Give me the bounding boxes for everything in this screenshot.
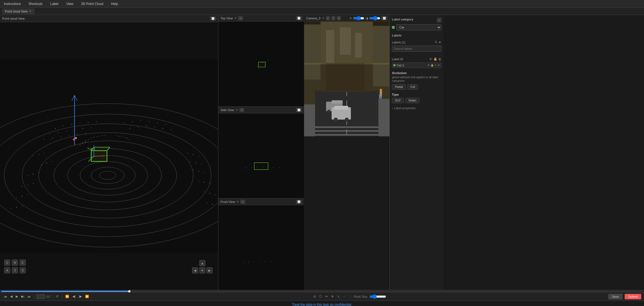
svg-point-36 (138, 127, 138, 127)
tab-point-cloud-view[interactable]: Point cloud View ✕ (2, 9, 34, 14)
svg-point-90 (118, 136, 119, 136)
expand-main-btn[interactable]: ⬜ (210, 17, 216, 20)
menu-instructions[interactable]: Instructions (2, 1, 22, 7)
nav-left-btn[interactable]: ◀ (192, 267, 198, 273)
resize-tool[interactable]: ⤡ (336, 294, 341, 299)
more-tools[interactable]: ⋯ (342, 294, 347, 299)
save-button[interactable]: Save (608, 294, 622, 299)
category-dot (392, 26, 395, 29)
play-btn[interactable]: ▶ (15, 294, 19, 299)
submit-button[interactable]: Submit (625, 294, 641, 299)
prev-frame-btn[interactable]: ◀| (71, 294, 77, 299)
occlusion-partial-btn[interactable]: Partial (392, 84, 406, 90)
top-view-title: Top View (221, 17, 233, 20)
camera-close[interactable]: ✕ (322, 17, 324, 20)
label-props[interactable]: › Label properties (392, 106, 441, 110)
next-frame-btn2[interactable]: |▶ (78, 294, 83, 299)
draw-tool[interactable]: ✏ (324, 294, 329, 299)
side-view-close[interactable]: ✕ (236, 108, 238, 111)
category-select[interactable]: Car (396, 24, 441, 30)
svg-point-13 (71, 124, 72, 124)
type-buttons: SUV Sedan (392, 98, 441, 103)
label-visibility-icon[interactable]: 👁 (429, 57, 432, 61)
menu-view[interactable]: View (64, 1, 75, 7)
svg-rect-146 (378, 99, 389, 137)
filter-icon[interactable]: ▼ (438, 40, 441, 44)
label-category-title: Label category (392, 18, 413, 21)
nav-right-btn[interactable]: ▶ (206, 267, 213, 273)
pointcloud-area[interactable]: ^Car:1 Q W E A S D (0, 22, 218, 290)
front-view-expand[interactable]: ⬜ (296, 200, 302, 204)
move-tool[interactable]: ✛ (330, 294, 335, 299)
svg-point-113 (260, 65, 260, 66)
contrast-slider[interactable] (369, 16, 380, 20)
svg-rect-152 (334, 106, 348, 110)
search-labels-input[interactable] (392, 46, 441, 52)
timeline-bar[interactable] (0, 290, 644, 292)
label-item-car1[interactable]: Car:1 👁 🔒 ✕ ▼ (392, 62, 441, 68)
svg-point-94 (129, 139, 130, 140)
svg-point-134 (254, 262, 255, 262)
frame-total: /10 (46, 295, 50, 298)
lasso-tool[interactable]: ⊙ (312, 294, 317, 299)
polygon-tool[interactable]: ⬡ (318, 294, 323, 299)
svg-point-122 (246, 167, 246, 168)
type-sedan-btn[interactable]: Sedan (405, 98, 420, 103)
nav-arrows: ▲ ◀ ▼ ▶ (192, 260, 213, 273)
skip-end-btn[interactable]: ⏭ (27, 294, 32, 299)
front-view-panel: Front View ✕ C ⬜ (218, 198, 304, 290)
svg-point-37 (146, 125, 146, 126)
camera-badge-f: F (332, 16, 336, 20)
refresh-btn[interactable]: ↺ (55, 294, 59, 299)
panel-expand-btn[interactable]: ⤢ (437, 18, 441, 22)
frame-input[interactable]: 1 (36, 294, 45, 299)
label-item-vis-icon[interactable]: 👁 (427, 64, 430, 67)
label-item-lock-icon[interactable]: 🔒 (431, 64, 434, 67)
menu-shortcuts[interactable]: Shortcuts (27, 1, 44, 7)
fwd-frames-btn[interactable]: ⏩ (84, 294, 90, 299)
timeline-track[interactable] (1, 291, 643, 292)
type-suv-btn[interactable]: SUV (392, 98, 404, 103)
svg-point-69 (210, 193, 210, 193)
point-size-slider[interactable] (370, 294, 386, 299)
front-view-content[interactable] (218, 205, 304, 290)
svg-point-137 (271, 261, 271, 262)
skip-start-btn[interactable]: ⏮ (3, 294, 8, 299)
sep3 (62, 294, 62, 299)
side-view-expand[interactable]: ⬜ (296, 108, 302, 112)
menu-3d-point-cloud[interactable]: 3D Point Cloud (79, 1, 105, 7)
menu-help[interactable]: Help (109, 1, 120, 7)
svg-point-50 (190, 161, 191, 162)
top-view-close[interactable]: ✕ (234, 17, 237, 20)
timeline-thumb[interactable] (128, 290, 130, 292)
svg-point-15 (88, 122, 88, 122)
point-size-label: Point Size (354, 295, 368, 298)
next-btn[interactable]: ▶| (20, 294, 25, 299)
svg-point-40 (171, 130, 171, 130)
svg-point-125 (262, 166, 263, 167)
svg-point-59 (22, 186, 22, 187)
prev-btn[interactable]: ◀ (9, 294, 14, 299)
nav-down-btn[interactable]: ▼ (199, 267, 205, 273)
camera-panel-header: Camera_0 ✕ C F E ☀ ◑ ⬜ (304, 15, 389, 22)
top-view-content[interactable] (218, 22, 304, 106)
menu-label[interactable]: Label (49, 1, 60, 7)
occlusion-full-btn[interactable]: Full (407, 84, 418, 90)
front-view-close[interactable]: ✕ (237, 200, 239, 203)
main-panel-controls: ⬜ (210, 17, 216, 20)
side-view-content[interactable] (218, 113, 304, 198)
label-item-del-icon[interactable]: ✕ (434, 64, 437, 67)
top-view-expand[interactable]: ⬜ (296, 16, 302, 20)
label-lock-icon[interactable]: 🔒 (433, 57, 437, 61)
nav-up-btn[interactable]: ▲ (199, 260, 205, 266)
camera-expand[interactable]: ⬜ (381, 16, 387, 20)
back-frames-btn[interactable]: ⏪ (64, 294, 70, 299)
label-item-expand-icon[interactable]: ▼ (438, 64, 440, 67)
sort-icon[interactable]: ⇅ (435, 40, 437, 44)
tab-close[interactable]: ✕ (29, 10, 31, 13)
svg-point-98 (73, 138, 75, 141)
brightness-slider[interactable] (353, 16, 364, 20)
menubar: Instructions Shortcuts Label View 3D Poi… (0, 0, 644, 8)
label-delete-icon[interactable]: 🗑 (438, 57, 441, 61)
svg-point-80 (91, 138, 91, 138)
